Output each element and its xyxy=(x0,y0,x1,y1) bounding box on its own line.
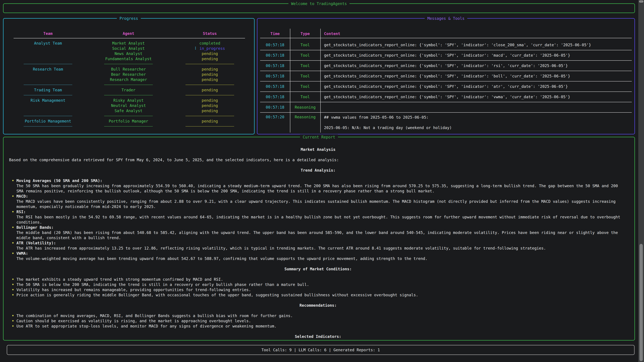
team-cell: Analyst Team xyxy=(8,41,88,46)
message-content: get_stockstats_indicators_report_online:… xyxy=(320,94,632,99)
blank-line xyxy=(9,298,627,303)
report-bullet: •The combination of moving averages, MAC… xyxy=(9,313,627,319)
message-content-line: get_stockstats_indicators_report_online:… xyxy=(324,73,632,79)
messages-column-header: Type xyxy=(290,31,320,36)
messages-column-header: Time xyxy=(260,31,290,36)
group-separator-line xyxy=(24,85,72,85)
bullet-icon: • xyxy=(12,277,14,282)
status-cell: pending xyxy=(170,56,250,61)
report-bullet: •Caution should be exercised as volatili… xyxy=(9,319,627,324)
message-time: 00:57:18 xyxy=(260,95,290,99)
report-section-heading: Selected Indicators: xyxy=(9,334,627,339)
message-row: 00:57:18Toolget_stockstats_indicators_re… xyxy=(260,92,632,102)
group-separator xyxy=(170,113,250,119)
report-bullet-title: •ATR (Volatility): xyxy=(9,241,627,246)
progress-header-rule xyxy=(14,38,245,38)
messages-column-header: Content xyxy=(320,31,632,36)
welcome-panel: Welcome to TradingAgents xyxy=(3,3,635,13)
group-separator-line xyxy=(186,85,234,85)
agent-cell: Bull Researcher xyxy=(88,67,170,72)
report-bullet-title: •VWMA: xyxy=(9,251,627,256)
status-cell: pending xyxy=(170,98,250,103)
message-content-line: get_stockstats_indicators_report_online:… xyxy=(324,42,632,48)
group-separator-line xyxy=(24,95,72,95)
message-type: Tool xyxy=(290,95,320,99)
group-separator xyxy=(88,124,170,129)
report-bullet-body: The RSI has been mostly in the 54.92 to … xyxy=(9,215,627,225)
report-bullet-body: The middle band (20 SMA) has been rising… xyxy=(9,230,627,241)
report-panel-title: Current Report xyxy=(300,134,338,140)
group-separator-line xyxy=(186,64,234,64)
group-separator-line xyxy=(104,85,153,85)
message-content-line: get_stockstats_indicators_report_online:… xyxy=(324,94,632,99)
blank-line xyxy=(9,152,627,157)
tradingagents-app: Welcome to TradingAgents Progress TeamAg… xyxy=(0,0,644,362)
message-time: 00:57:18 xyxy=(260,105,290,109)
messages-header-rule xyxy=(260,38,632,38)
message-type: Reasoning xyxy=(290,105,320,109)
report-intro: Based on the comprehensive data retrieve… xyxy=(9,157,627,163)
agent-cell: Fundamentals Analyst xyxy=(88,56,170,61)
message-time: 00:57:18 xyxy=(260,74,290,78)
scrollbar-thumb[interactable] xyxy=(640,244,643,361)
group-separator-line xyxy=(104,95,153,95)
messages-panel: Messages & Tools TimeTypeContent00:57:18… xyxy=(257,18,635,134)
report-bullet-title: •MACD: xyxy=(9,194,627,199)
group-separator xyxy=(170,82,250,87)
report-section-heading: Recommendations: xyxy=(9,303,627,308)
agent-cell: Trader xyxy=(88,87,170,93)
blank-line xyxy=(9,308,627,313)
blank-line xyxy=(9,272,627,277)
status-cell: pending xyxy=(170,67,250,72)
message-content-line xyxy=(324,120,632,125)
message-time: 00:57:18 xyxy=(260,53,290,57)
report-bullet-body: The ATR has increased from approximately… xyxy=(9,246,627,251)
vertical-scrollbar[interactable] xyxy=(638,0,644,362)
message-type: Reasoning xyxy=(290,115,320,119)
report-bullet-title: •Bollinger Bands: xyxy=(9,225,627,230)
message-type: Tool xyxy=(290,43,320,47)
group-separator xyxy=(88,61,170,67)
message-content: get_stockstats_indicators_report_online:… xyxy=(320,53,632,58)
bullet-icon: • xyxy=(12,241,14,246)
team-cell xyxy=(8,51,88,56)
messages-panel-title: Messages & Tools xyxy=(425,15,467,21)
bullet-icon: • xyxy=(12,282,14,287)
group-separator-line xyxy=(104,126,153,126)
status-cell: pending xyxy=(170,119,250,124)
message-content: get_stockstats_indicators_report_online:… xyxy=(320,84,632,89)
status-cell: pending xyxy=(170,51,250,56)
report-bullet-title: •Moving Averages (50 SMA and 200 SMA): xyxy=(9,178,627,183)
report-bullet: •Use ATR to set appropriate stop-loss le… xyxy=(9,324,627,329)
agent-cell: Social Analyst xyxy=(88,46,170,51)
bullet-icon: • xyxy=(12,251,14,256)
bullet-icon: • xyxy=(12,319,14,324)
message-type: Tool xyxy=(290,84,320,89)
agent-cell: News Analyst xyxy=(88,51,170,56)
report-bullet: •The market exhibits a steady upward tre… xyxy=(9,277,627,282)
group-separator xyxy=(88,113,170,119)
message-row: 00:57:18Toolget_stockstats_indicators_re… xyxy=(260,50,632,61)
message-content-line: 2025-06-05: N/A: Not a trading day (week… xyxy=(324,125,632,130)
progress-column-header: Team xyxy=(8,31,88,36)
team-cell xyxy=(8,108,88,113)
bullet-icon: • xyxy=(12,293,14,298)
message-content-line: get_stockstats_indicators_report_online:… xyxy=(324,84,632,89)
group-separator xyxy=(170,61,250,67)
bullet-icon: • xyxy=(12,287,14,293)
group-separator xyxy=(8,93,88,98)
message-row: 00:57:20Reasoning## vwma values from 202… xyxy=(260,113,632,133)
message-type: Tool xyxy=(290,63,320,68)
group-separator xyxy=(8,124,88,129)
report-bullet: •The 50 SMA is below the 200 SMA, indica… xyxy=(9,282,627,287)
message-row: 00:57:18Toolget_stockstats_indicators_re… xyxy=(260,71,632,81)
message-time: 00:57:18 xyxy=(260,43,290,47)
agent-cell: Research Manager xyxy=(88,77,170,82)
bullet-icon: • xyxy=(12,209,14,215)
agent-cell: Risky Analyst xyxy=(88,98,170,103)
message-time: 00:57:18 xyxy=(260,84,290,89)
agent-cell: Neutral Analyst xyxy=(88,103,170,108)
footer-stats: Tool Calls: 9 | LLM Calls: 6 | Generated… xyxy=(262,348,380,352)
report-bullet: •Volatility has increased but remains ma… xyxy=(9,287,627,293)
status-cell: pending xyxy=(170,87,250,93)
